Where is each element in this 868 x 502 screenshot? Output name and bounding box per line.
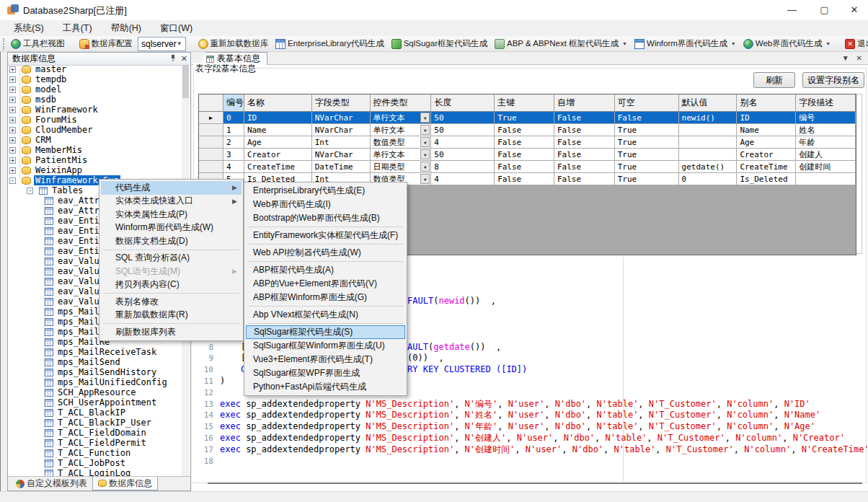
toolbar-view-button[interactable]: 工具栏视图 [9, 37, 67, 50]
grid-cell[interactable] [679, 149, 738, 161]
grid-cell[interactable]: Creator [244, 149, 312, 161]
submenu-item[interactable]: EntityFramework实体框架代码生成(F) [246, 229, 405, 242]
submenu-item[interactable]: SqlSugar框架Winform界面生成(U) [246, 339, 405, 353]
grid-cell[interactable]: 8 [431, 161, 495, 173]
submenu-item[interactable]: Abp VNext框架代码生成(N) [246, 308, 405, 322]
grid-cell[interactable]: 3 [223, 149, 244, 161]
toolbar-exit-button[interactable]: ✕退出 [843, 37, 868, 50]
grid-column-header[interactable]: 自增 [554, 94, 615, 112]
tablist-dropdown-icon[interactable]: ▼ [842, 54, 849, 62]
tree-node-table[interactable]: T_ACL_Function [8, 448, 183, 458]
submenu-item[interactable]: SqlSugar框架WPF界面生成 [246, 366, 405, 380]
submenu-item[interactable]: Web界面代码生成(I) [246, 198, 405, 211]
grid-cell[interactable]: NVarChar [312, 124, 371, 136]
toolbar-winform-dropdown[interactable]: Winform界面代码生成▼ [632, 37, 738, 50]
context-menu-item[interactable]: Winform界面代码生成(W) [101, 221, 242, 235]
collapse-icon[interactable]: - [9, 177, 16, 184]
row-selector-cell[interactable] [199, 149, 223, 161]
grid-column-header[interactable]: 名称 [244, 94, 312, 112]
grid-cell[interactable]: 4 [223, 161, 244, 173]
tree-node-database[interactable]: +model [8, 84, 183, 94]
grid-cell[interactable]: Name [737, 124, 796, 136]
tree-node-database[interactable]: +MemberMis [8, 145, 183, 155]
expand-icon[interactable]: + [9, 117, 16, 123]
expand-icon[interactable]: + [9, 137, 16, 144]
panel-close-icon[interactable]: ✕ [181, 54, 187, 63]
tree-node-table[interactable]: mps_MailSend [8, 357, 183, 367]
tab-custom-templates[interactable]: 自定义模板列表 [11, 477, 92, 490]
menu-tools[interactable]: 工具(T) [53, 20, 102, 37]
row-selector-cell[interactable] [199, 136, 223, 149]
grid-cell[interactable]: 1 [223, 124, 244, 136]
submenu-item[interactable]: EnterpriseLibrary代码生成(E) [246, 184, 405, 198]
tree-node-table[interactable]: T_ACL_FieldDomain [8, 428, 183, 438]
grid-cell[interactable]: 创建时间 [796, 161, 856, 173]
grid-column-header[interactable]: 主键 [495, 94, 554, 112]
submenu-item[interactable]: ABP的Vue+Element界面代码(V) [246, 277, 405, 291]
grid-cell[interactable]: CreateTime [244, 161, 312, 173]
context-menu-item[interactable]: 数据库文档生成(D) [101, 234, 242, 248]
grid-cell[interactable]: False [554, 136, 615, 149]
expand-icon[interactable]: + [9, 157, 16, 164]
grid-cell[interactable]: 0 [679, 173, 738, 185]
grid-row[interactable]: 4CreateTimeDateTime日期类型▼8FalseFalseTrueg… [199, 161, 856, 173]
grid-cell[interactable]: False [554, 112, 615, 124]
tree-node-table[interactable]: T_ACL_BlackIP_User [8, 418, 183, 428]
grid-cell[interactable]: True [615, 161, 679, 173]
grid-cell[interactable]: 日期类型▼ [371, 161, 432, 173]
submenu-item[interactable]: ABP框架Winform界面生成(G) [246, 291, 405, 304]
grid-cell[interactable]: 姓名 [796, 124, 856, 136]
submenu-item[interactable]: SqlSugar框架代码生成(S) [246, 325, 405, 339]
grid-cell[interactable] [679, 124, 738, 136]
grid-corner-cell[interactable] [199, 94, 223, 112]
grid-cell[interactable]: DateTime [312, 161, 371, 173]
grid-cell[interactable]: True [615, 149, 679, 161]
expand-icon[interactable]: + [9, 76, 16, 83]
grid-column-header[interactable]: 编号 [223, 94, 244, 112]
grid-cell[interactable]: getdate() [679, 161, 738, 173]
grid-cell[interactable]: CreateTime [737, 161, 796, 173]
grid-cell[interactable]: Age [244, 136, 312, 149]
grid-cell[interactable]: False [495, 136, 554, 149]
tree-node-table[interactable]: T_ACL_BlackIP [8, 408, 183, 418]
expand-icon[interactable]: + [9, 66, 16, 73]
tree-node-database[interactable]: +tempdb [8, 74, 183, 84]
grid-cell[interactable]: 数值类型▼ [371, 136, 432, 149]
menu-help[interactable]: 帮助(H) [102, 20, 151, 37]
tree-node-database[interactable]: +ForumMis [8, 115, 183, 125]
toolbar-dbconfig-button[interactable]: 数据库配置 [77, 37, 136, 50]
expand-icon[interactable]: + [9, 127, 16, 133]
cell-dropdown-icon[interactable]: ▼ [420, 137, 430, 147]
tree-node-database[interactable]: +CloudMember [8, 125, 183, 135]
minimize-button[interactable]: — [776, 0, 808, 20]
grid-row[interactable]: 1NameNVarChar单行文本▼50FalseFalseTrueName姓名 [199, 124, 856, 136]
grid-cell[interactable]: 创建人 [796, 149, 856, 161]
menu-window[interactable]: 窗口(W) [151, 20, 202, 37]
tree-node-database[interactable]: +msdb [8, 94, 183, 105]
grid-cell[interactable]: True [615, 124, 679, 136]
grid-cell[interactable]: ID [244, 112, 312, 124]
submenu-item[interactable]: Web API控制器代码生成(W) [246, 246, 405, 260]
toolbar-reload-button[interactable]: ↻重新加载数据库 [196, 37, 271, 50]
grid-row[interactable]: 3CreatorNVarChar单行文本▼50FalseFalseTrueCre… [199, 149, 856, 161]
grid-cell[interactable]: Is_Deleted [737, 173, 796, 185]
context-menu-item[interactable]: 实体类生成快速入口▶ [101, 195, 242, 208]
context-menu-item[interactable]: SQL语句生成(M)▶ [101, 265, 242, 278]
grid-column-header[interactable]: 长度 [431, 94, 495, 112]
context-menu-item[interactable]: 刷新数据库列表 [101, 325, 242, 339]
tab-database-info[interactable]: 数据库信息 [92, 477, 158, 490]
grid-column-header[interactable]: 默认值 [679, 94, 738, 112]
grid-cell[interactable]: True [615, 136, 679, 149]
grid-cell[interactable]: Name [244, 124, 312, 136]
grid-cell[interactable]: ID [737, 112, 796, 124]
submenu-item[interactable]: Bootstrap的Web界面代码生成(B) [246, 211, 405, 225]
dbtype-combobox[interactable]: sqlserver▼ [138, 37, 186, 51]
grid-cell[interactable]: 2 [223, 136, 244, 149]
close-button[interactable]: ✕ [841, 0, 868, 20]
toolbar-web-dropdown[interactable]: Web界面代码生成▼ [741, 37, 833, 50]
submenu-item[interactable]: ABP框架代码生成(A) [246, 263, 405, 277]
grid-column-header[interactable]: 可空 [615, 94, 679, 112]
tree-node-table[interactable]: mps_MailUnifiedConfig [8, 377, 183, 387]
context-menu-item[interactable]: 表别名修改 [101, 295, 242, 309]
expand-icon[interactable]: + [9, 87, 16, 93]
